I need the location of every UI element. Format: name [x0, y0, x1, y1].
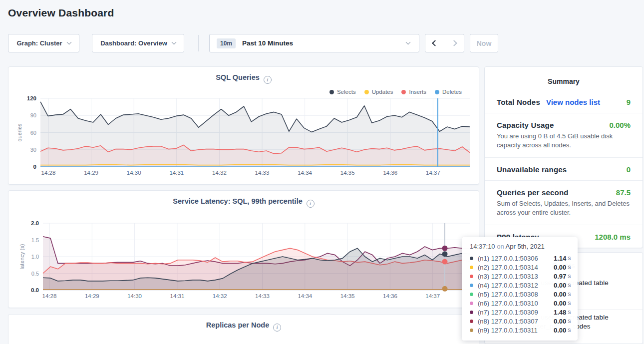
tooltip-timestamp: 14:37:10 on Apr 5th, 2021 [470, 243, 571, 250]
x-tick-label: 14:29 [85, 293, 99, 299]
y-tick-label: 2.0 [31, 220, 39, 226]
y-axis-title: latency (s) [19, 244, 25, 270]
x-tick-label: 14:36 [383, 170, 397, 176]
tooltip-node-value: 0.00 [554, 318, 566, 325]
tooltip-node-label: (n1) 127.0.0.1:50306 [478, 255, 554, 262]
y-tick-label: 0 [33, 164, 36, 170]
y-tick-label: 30 [30, 147, 36, 153]
service-latency-chart-canvas[interactable]: 14:2814:2914:3014:3114:3214:3314:3414:35… [8, 191, 479, 308]
tooltip-node-label: (n5) 127.0.0.1:50308 [478, 291, 554, 298]
tooltip-node-unit: s [568, 300, 571, 307]
x-tick-label: 14:33 [255, 293, 270, 299]
tooltip-node-label: (n2) 127.0.0.1:50314 [478, 264, 554, 271]
x-tick-label: 14:28 [42, 293, 57, 299]
chart-hover-tooltip: 14:37:10 on Apr 5th, 2021 (n1) 127.0.0.1… [462, 237, 578, 341]
time-range-label: Past 10 Minutes [242, 39, 293, 47]
time-range-badge: 10m [217, 38, 236, 48]
dashboard-dropdown-label: Dashboard: Overview [100, 39, 167, 47]
chevron-right-icon [451, 40, 457, 46]
page-title: Overview Dashboard [8, 7, 114, 19]
tooltip-row: (n8) 127.0.0.1:503070.00s [470, 317, 571, 326]
node-color-dot [470, 275, 473, 278]
node-color-dot [470, 329, 473, 332]
view-nodes-list-link[interactable]: View nodes list [546, 98, 600, 106]
p99-latency-value: 1208.0 ms [595, 233, 631, 241]
x-tick-label: 14:31 [170, 293, 185, 299]
tooltip-row: (n7) 127.0.0.1:503091.48s [470, 308, 571, 317]
now-button-label: Now [477, 39, 492, 47]
tooltip-row: (n5) 127.0.0.1:503080.00s [470, 290, 571, 299]
node-color-dot [470, 311, 473, 314]
graph-dropdown[interactable]: Graph: Cluster [8, 34, 79, 52]
dashboard-dropdown[interactable]: Dashboard: Overview [92, 34, 184, 52]
tooltip-node-value: 0.00 [554, 327, 566, 334]
hover-dot [442, 259, 448, 265]
tooltip-row: (n3) 127.0.0.1:503130.97s [470, 272, 571, 281]
service-latency-chart-card: Service Latency: SQL, 99th percentilei 1… [8, 190, 479, 308]
replicas-per-node-chart-card: Replicas per Nodei [8, 314, 479, 344]
chart-title-replicas-per-node: Replicas per Nodei [8, 321, 479, 332]
time-prev-button[interactable] [425, 34, 445, 52]
hover-dot [442, 286, 448, 292]
tooltip-row: (n9) 127.0.0.1:503110.00s [470, 326, 571, 335]
summary-row-unavailable: Unavailable ranges 0 [485, 157, 643, 180]
graph-dropdown-label: Graph: Cluster [16, 39, 62, 47]
x-tick-label: 14:35 [340, 293, 355, 299]
x-tick-label: 14:32 [213, 293, 227, 299]
x-tick-label: 14:32 [212, 170, 227, 176]
summary-title: Summary [485, 67, 643, 90]
y-tick-label: 90 [30, 112, 36, 118]
controls-divider [198, 35, 199, 51]
tooltip-node-value: 1.14 [554, 255, 566, 262]
y-tick-label: 1.5 [31, 237, 39, 243]
sql-queries-chart-card: SQL Queriesi SelectsUpdatesInsertsDelete… [8, 66, 479, 185]
summary-row-total-nodes: Total Nodes View nodes list 9 [485, 90, 643, 113]
tooltip-node-label: (n3) 127.0.0.1:50313 [478, 273, 554, 280]
x-tick-label: 14:29 [84, 170, 98, 176]
y-tick-label: 0.0 [31, 287, 39, 293]
total-nodes-value: 9 [627, 98, 631, 106]
qps-value: 87.5 [616, 188, 631, 197]
node-color-dot [470, 284, 473, 287]
x-tick-label: 14:34 [298, 293, 312, 299]
tooltip-row: (n2) 127.0.0.1:503140.00s [470, 263, 571, 272]
tooltip-node-unit: s [568, 255, 571, 262]
x-tick-label: 14:36 [383, 293, 397, 299]
x-tick-label: 14:34 [298, 170, 312, 176]
tooltip-node-value: 0.97 [554, 273, 566, 280]
x-tick-label: 14:33 [255, 170, 270, 176]
node-color-dot [470, 302, 473, 305]
time-next-button[interactable] [444, 34, 464, 52]
time-range-dropdown[interactable]: 10m Past 10 Minutes [209, 34, 419, 52]
info-icon[interactable]: i [273, 324, 281, 332]
chevron-left-icon [432, 40, 438, 46]
x-tick-label: 14:30 [127, 293, 142, 299]
total-nodes-label: Total Nodes [497, 98, 540, 106]
tooltip-rows: (n1) 127.0.0.1:503061.14s(n2) 127.0.0.1:… [470, 254, 571, 335]
tooltip-node-label: (n9) 127.0.0.1:50311 [478, 327, 554, 334]
tooltip-row: (n4) 127.0.0.1:503120.00s [470, 281, 571, 290]
tooltip-row: (n6) 127.0.0.1:503100.00s [470, 299, 571, 308]
hover-dot [442, 246, 448, 251]
now-button[interactable]: Now [470, 34, 498, 52]
qps-label: Queries per second [497, 188, 569, 197]
x-tick-label: 14:37 [426, 170, 440, 176]
tooltip-node-unit: s [568, 264, 571, 271]
hover-dot [442, 251, 448, 257]
unavailable-ranges-label: Unavailable ranges [497, 165, 567, 174]
node-color-dot [470, 293, 473, 296]
tooltip-node-value: 0.00 [554, 291, 566, 298]
tooltip-node-unit: s [568, 309, 571, 316]
tooltip-node-label: (n6) 127.0.0.1:50310 [478, 300, 554, 307]
x-tick-label: 14:30 [127, 170, 141, 176]
tooltip-node-value: 0.00 [554, 282, 566, 289]
tooltip-node-value: 1.48 [554, 309, 566, 316]
tooltip-node-unit: s [568, 273, 571, 280]
tooltip-node-label: (n4) 127.0.0.1:50312 [478, 282, 554, 289]
capacity-usage-label: Capacity Usage [497, 121, 554, 129]
node-color-dot [470, 266, 473, 269]
y-tick-label: 0.5 [31, 271, 39, 277]
sql-queries-chart-canvas[interactable]: 14:2814:2914:3014:3114:3214:3314:3414:35… [8, 67, 479, 184]
tooltip-node-label: (n7) 127.0.0.1:50309 [478, 309, 554, 316]
unavailable-ranges-value: 0 [627, 165, 631, 174]
